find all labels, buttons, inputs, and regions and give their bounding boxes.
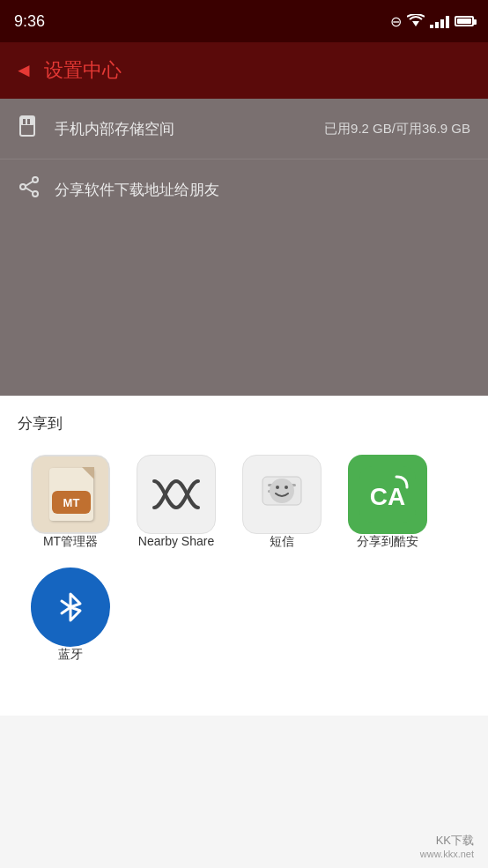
storage-icon: [18, 115, 41, 143]
wifi-icon: [407, 14, 425, 28]
page-title: 设置中心: [44, 57, 122, 84]
storage-label: 手机内部存储空间: [55, 119, 310, 139]
svg-point-13: [270, 479, 294, 503]
share-label: 分享软件下载地址给朋友: [55, 180, 219, 200]
coolapk-label: 分享到酷安: [357, 534, 418, 550]
share-row[interactable]: 分享软件下载地址给朋友: [0, 160, 488, 219]
sms-icon: [242, 455, 322, 534]
back-button[interactable]: ◄: [14, 59, 33, 82]
app-item-coolapk[interactable]: CA 分享到酷安: [335, 455, 440, 550]
app-item-sms[interactable]: 短信: [229, 455, 335, 550]
watermark-line1: KK下载: [420, 833, 474, 849]
bluetooth-label: 蓝牙: [58, 647, 83, 663]
app-header: ◄ 设置中心: [0, 42, 488, 99]
sms-label: 短信: [270, 534, 294, 550]
svg-point-14: [276, 486, 279, 489]
app-item-mt-manager[interactable]: MT MT管理器: [18, 455, 123, 550]
block-icon: ⊖: [390, 13, 402, 30]
nearby-share-label: Nearby Share: [138, 534, 214, 548]
svg-point-5: [33, 177, 38, 182]
share-icon: [18, 175, 41, 204]
svg-line-8: [26, 182, 33, 186]
watermark-line2: www.kkx.net: [420, 849, 474, 859]
signal-icon: [430, 14, 449, 28]
mt-manager-label: MT管理器: [43, 534, 98, 550]
watermark: KK下载 www.kkx.net: [420, 833, 474, 859]
svg-line-9: [26, 188, 33, 192]
svg-text:CA: CA: [370, 483, 405, 510]
svg-rect-4: [27, 119, 30, 124]
coolapk-icon: CA: [348, 455, 427, 534]
dimmed-area: [0, 219, 488, 396]
svg-point-6: [20, 184, 26, 189]
svg-point-15: [285, 486, 288, 489]
svg-marker-0: [412, 21, 419, 26]
share-sheet-title: 分享到: [18, 413, 470, 434]
nearby-share-icon: [137, 455, 216, 534]
svg-rect-3: [23, 119, 26, 124]
battery-icon: [455, 16, 474, 26]
share-sheet: 分享到 MT MT管理器: [0, 396, 488, 716]
bluetooth-icon: [31, 568, 110, 647]
mt-manager-icon: MT: [31, 455, 110, 534]
storage-value: 已用9.2 GB/可用36.9 GB: [324, 121, 470, 137]
app-grid: MT MT管理器 Nearby Share: [18, 455, 470, 680]
status-bar: 9:36 ⊖: [0, 0, 488, 42]
status-time: 9:36: [14, 12, 45, 31]
main-content: 手机内部存储空间 已用9.2 GB/可用36.9 GB 分享软件下载地址给朋友: [0, 99, 488, 396]
app-item-nearby-share[interactable]: Nearby Share: [123, 455, 229, 550]
storage-row[interactable]: 手机内部存储空间 已用9.2 GB/可用36.9 GB: [0, 99, 488, 160]
svg-point-7: [33, 191, 38, 197]
app-item-bluetooth[interactable]: 蓝牙: [18, 568, 123, 663]
status-icons: ⊖: [390, 13, 474, 30]
